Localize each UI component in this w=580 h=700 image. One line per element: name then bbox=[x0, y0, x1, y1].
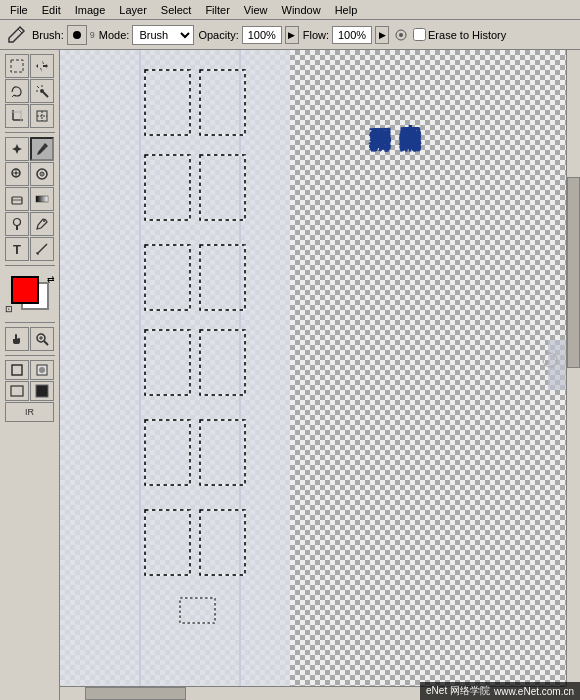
zoom-tool[interactable] bbox=[30, 327, 54, 351]
dodge-tool[interactable] bbox=[5, 212, 29, 236]
airbrush-section bbox=[393, 27, 409, 43]
opacity-section: Opacity: ▶ bbox=[198, 26, 298, 44]
mode-row-3: IR bbox=[5, 402, 54, 422]
tool-row-7 bbox=[5, 212, 54, 236]
mode-section: Mode: Brush Pencil Normal bbox=[99, 25, 195, 45]
slice-tool[interactable] bbox=[30, 104, 54, 128]
tool-separator-3 bbox=[5, 322, 55, 323]
default-colors-icon[interactable]: ⊡ bbox=[5, 304, 13, 314]
horizontal-scrollbar-thumb[interactable] bbox=[85, 687, 186, 700]
tool-separator-2 bbox=[5, 265, 55, 266]
history-tool[interactable] bbox=[30, 162, 54, 186]
menu-select[interactable]: Select bbox=[155, 2, 198, 18]
canvas-area[interactable]: 将木门复制到新层 用仿制图章工具修补完整！ eNet 网络学院 www.eNet… bbox=[60, 50, 580, 700]
move-tool[interactable] bbox=[30, 54, 54, 78]
marquee-tool[interactable] bbox=[5, 54, 29, 78]
svg-text:用仿制图章工具修补完整！: 用仿制图章工具修补完整！ bbox=[398, 110, 423, 152]
imageready-btn[interactable]: IR bbox=[5, 402, 54, 422]
clone-tool[interactable] bbox=[5, 162, 29, 186]
menu-filter[interactable]: Filter bbox=[199, 2, 235, 18]
brush-section: Brush: 9 bbox=[32, 25, 95, 45]
mode-dropdown[interactable]: Brush Pencil Normal bbox=[132, 25, 194, 45]
heal-tool[interactable] bbox=[5, 137, 29, 161]
watermark-text: eNet 网络学院 bbox=[426, 684, 490, 698]
svg-line-32 bbox=[37, 244, 47, 254]
opacity-input[interactable] bbox=[242, 26, 282, 44]
flow-input[interactable] bbox=[332, 26, 372, 44]
color-swatch-area: ⇄ ⊡ bbox=[5, 274, 55, 314]
menu-image[interactable]: Image bbox=[69, 2, 112, 18]
svg-point-25 bbox=[41, 173, 43, 175]
tool-separator-1 bbox=[5, 132, 55, 133]
type-icon: T bbox=[13, 242, 21, 257]
tool-row-5 bbox=[5, 162, 54, 186]
magic-wand-tool[interactable] bbox=[30, 79, 54, 103]
svg-rect-26 bbox=[12, 197, 22, 204]
brush-tool-icon-area bbox=[4, 23, 28, 47]
hand-tool[interactable] bbox=[5, 327, 29, 351]
menu-bar: File Edit Image Layer Select Filter View… bbox=[0, 0, 580, 20]
brush-size-label: 9 bbox=[90, 30, 95, 40]
menu-help[interactable]: Help bbox=[329, 2, 364, 18]
flow-label: Flow: bbox=[303, 29, 329, 41]
tool-row-2 bbox=[5, 79, 54, 103]
brush-dot bbox=[73, 31, 81, 39]
svg-line-36 bbox=[44, 341, 48, 345]
opacity-increase-btn[interactable]: ▶ bbox=[285, 26, 299, 44]
menu-edit[interactable]: Edit bbox=[36, 2, 67, 18]
quick-mask-btn[interactable] bbox=[30, 360, 54, 380]
flow-increase-btn[interactable]: ▶ bbox=[375, 26, 389, 44]
svg-point-41 bbox=[39, 367, 45, 373]
tool-row-1 bbox=[5, 54, 54, 78]
brush-tool[interactable] bbox=[30, 137, 54, 161]
vertical-scrollbar[interactable] bbox=[566, 50, 580, 686]
svg-text:将木门复制到新层: 将木门复制到新层 bbox=[368, 127, 392, 152]
menu-window[interactable]: Window bbox=[276, 2, 327, 18]
tool-row-4 bbox=[5, 137, 54, 161]
svg-point-31 bbox=[43, 220, 45, 222]
tool-separator-4 bbox=[5, 355, 55, 356]
toolbar: Brush: 9 Mode: Brush Pencil Normal Opaci… bbox=[0, 20, 580, 50]
airbrush-icon bbox=[393, 27, 409, 43]
svg-marker-4 bbox=[36, 64, 42, 72]
eraser-tool[interactable] bbox=[5, 187, 29, 211]
flow-section: Flow: ▶ bbox=[303, 26, 389, 44]
gradient-tool[interactable] bbox=[30, 187, 54, 211]
vertical-scrollbar-thumb[interactable] bbox=[567, 177, 580, 368]
measure-tool[interactable] bbox=[30, 237, 54, 261]
tool-row-8: T bbox=[5, 237, 54, 261]
standard-screen-btn[interactable] bbox=[5, 381, 29, 401]
tool-row-3 bbox=[5, 104, 54, 128]
erase-history-label: Erase to History bbox=[428, 29, 506, 41]
lasso-tool[interactable] bbox=[5, 79, 29, 103]
switch-colors-icon[interactable]: ⇄ bbox=[47, 274, 55, 284]
type-tool[interactable]: T bbox=[5, 237, 29, 261]
pen-tool[interactable] bbox=[30, 212, 54, 236]
erase-history-section: Erase to History bbox=[413, 28, 506, 41]
foreground-color-swatch[interactable] bbox=[11, 276, 39, 304]
standard-mode-btn[interactable] bbox=[5, 360, 29, 380]
brush-tool-icon[interactable] bbox=[4, 23, 28, 47]
full-screen-btn[interactable] bbox=[30, 381, 54, 401]
menu-view[interactable]: View bbox=[238, 2, 274, 18]
svg-point-1 bbox=[399, 33, 403, 37]
crop-tool[interactable] bbox=[5, 104, 29, 128]
mode-row-2 bbox=[5, 381, 54, 401]
opacity-label: Opacity: bbox=[198, 29, 238, 41]
svg-rect-28 bbox=[36, 196, 48, 202]
erase-history-checkbox[interactable] bbox=[413, 28, 426, 41]
mode-row-1 bbox=[5, 360, 54, 380]
svg-marker-3 bbox=[42, 60, 48, 68]
watermark-url: www.eNet.com.cn bbox=[494, 686, 574, 697]
svg-line-9 bbox=[37, 86, 39, 88]
menu-layer[interactable]: Layer bbox=[113, 2, 153, 18]
tool-row-6 bbox=[5, 187, 54, 211]
svg-line-5 bbox=[12, 95, 14, 97]
brush-preview[interactable] bbox=[67, 25, 87, 45]
menu-file[interactable]: File bbox=[4, 2, 34, 18]
mode-label: Mode: bbox=[99, 29, 130, 41]
svg-rect-43 bbox=[36, 385, 48, 397]
main-area: T ⇄ ⊡ bbox=[0, 50, 580, 700]
tool-row-9 bbox=[5, 327, 54, 351]
brush-label: Brush: bbox=[32, 29, 64, 41]
